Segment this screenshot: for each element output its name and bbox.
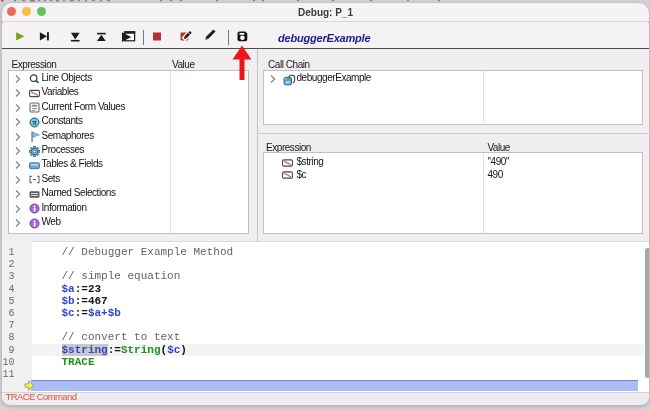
svg-text:π: π: [33, 119, 37, 127]
